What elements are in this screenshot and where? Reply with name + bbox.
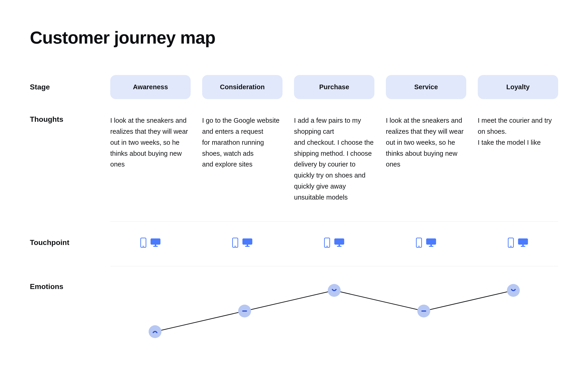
- desktop-icon: [518, 238, 528, 247]
- svg-rect-26: [519, 239, 527, 244]
- svg-line-32: [340, 292, 417, 309]
- desktop-icon: [334, 238, 344, 247]
- svg-rect-19: [418, 246, 420, 247]
- svg-rect-20: [426, 239, 436, 244]
- divider-row-1: [30, 203, 558, 222]
- thought-awareness: I look at the sneakers and realizes that…: [110, 115, 191, 170]
- svg-rect-23: [429, 246, 433, 247]
- happy-face-icon: [510, 287, 517, 294]
- emotion-node-purchase: [328, 284, 341, 297]
- touchpoint-row: Touchpoint: [30, 238, 558, 248]
- divider: [110, 221, 558, 222]
- svg-rect-14: [335, 239, 344, 244]
- emotions-chart: [110, 282, 558, 340]
- touchpoint-loyalty: [478, 238, 558, 248]
- sad-face-icon: [151, 328, 159, 335]
- svg-rect-11: [245, 246, 250, 247]
- desktop-icon: [426, 238, 436, 247]
- emotion-node-awareness: [149, 325, 162, 338]
- thoughts-row: Thoughts I look at the sneakers and real…: [30, 115, 558, 203]
- mobile-icon: [140, 238, 146, 248]
- touchpoint-purchase: [294, 238, 374, 248]
- svg-rect-7: [234, 246, 236, 247]
- svg-rect-2: [151, 239, 160, 244]
- svg-rect-1: [142, 246, 144, 247]
- neutral-face-icon: [241, 307, 248, 315]
- svg-rect-13: [326, 246, 328, 247]
- svg-rect-5: [153, 246, 158, 247]
- svg-rect-10: [247, 244, 248, 246]
- svg-rect-22: [431, 244, 432, 246]
- touchpoint-consideration: [202, 238, 283, 248]
- mobile-icon: [232, 238, 238, 248]
- row-label-thoughts: Thoughts: [30, 115, 99, 124]
- page: Customer journey map Stage Awareness Con…: [0, 0, 588, 340]
- divider-row-2: [30, 248, 558, 266]
- touchpoint-service: [386, 238, 466, 248]
- svg-line-33: [430, 292, 507, 309]
- mobile-icon: [416, 238, 422, 248]
- thought-purchase: I add a few pairs to my shopping cart an…: [294, 115, 374, 203]
- emotion-node-service: [417, 305, 430, 317]
- mobile-icon: [508, 238, 514, 248]
- thought-service: I look at the sneakers and realizes that…: [386, 115, 466, 170]
- stage-chip-consideration: Consideration: [202, 75, 283, 99]
- svg-rect-25: [510, 246, 512, 247]
- svg-rect-17: [337, 246, 342, 247]
- stage-row: Stage Awareness Consideration Purchase S…: [30, 75, 558, 99]
- emotion-node-loyalty: [507, 284, 520, 297]
- svg-rect-16: [338, 244, 340, 246]
- svg-rect-28: [522, 244, 524, 246]
- happy-face-icon: [330, 287, 338, 294]
- stage-chip-loyalty: Loyalty: [478, 75, 558, 99]
- svg-line-31: [251, 292, 328, 309]
- thought-consideration: I go to the Google website and enters a …: [202, 115, 283, 170]
- row-label-stage: Stage: [30, 83, 99, 91]
- svg-rect-29: [521, 246, 525, 247]
- stage-chip-service: Service: [386, 75, 466, 99]
- touchpoint-awareness: [110, 238, 191, 248]
- thought-loyalty: I meet the courier and try on shoes. I t…: [478, 115, 558, 148]
- row-label-touchpoint: Touchpoint: [30, 238, 99, 247]
- desktop-icon: [242, 238, 252, 247]
- desktop-icon: [150, 238, 161, 247]
- svg-rect-8: [243, 239, 252, 244]
- emotion-node-consideration: [238, 305, 251, 317]
- emotions-row: Emotions: [30, 282, 558, 340]
- divider: [110, 266, 558, 266]
- stage-chip-purchase: Purchase: [294, 75, 374, 99]
- neutral-face-icon: [420, 307, 427, 315]
- page-title: Customer journey map: [30, 27, 558, 48]
- row-label-emotions: Emotions: [30, 282, 99, 291]
- svg-rect-4: [155, 244, 156, 246]
- stage-chip-awareness: Awareness: [110, 75, 191, 99]
- svg-line-30: [161, 312, 238, 330]
- mobile-icon: [324, 238, 330, 248]
